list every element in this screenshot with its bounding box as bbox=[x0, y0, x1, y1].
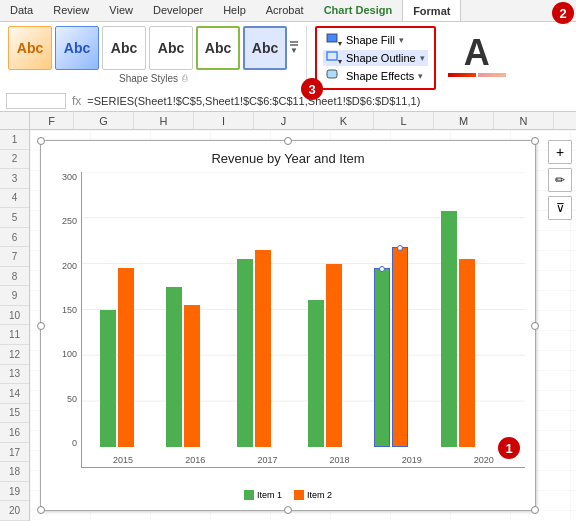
bar-2015-item1[interactable] bbox=[100, 310, 116, 448]
svg-rect-2 bbox=[327, 52, 337, 60]
svg-rect-4 bbox=[327, 70, 337, 78]
handle-br[interactable] bbox=[531, 506, 539, 514]
bar-2016-item2[interactable] bbox=[184, 305, 200, 447]
legend-item-1: Item 1 bbox=[244, 490, 282, 500]
col-header-f: F bbox=[30, 112, 74, 129]
step-1-badge: 1 bbox=[498, 437, 520, 459]
tab-help[interactable]: Help bbox=[213, 0, 256, 21]
brush-icon: ✏ bbox=[555, 173, 565, 187]
bars-area: 2015 2016 2017 2018 2019 2020 bbox=[81, 172, 525, 468]
step-3-badge: 3 bbox=[301, 78, 323, 100]
shape-style-btn-3[interactable]: Abc bbox=[102, 26, 146, 70]
handle-bm[interactable] bbox=[284, 506, 292, 514]
col-header-i: I bbox=[194, 112, 254, 129]
x-axis-labels: 2015 2016 2017 2018 2019 2020 bbox=[82, 455, 525, 465]
shape-fill-btn[interactable]: Shape Fill ▾ bbox=[323, 32, 428, 48]
shape-style-btn-2[interactable]: Abc bbox=[55, 26, 99, 70]
bar-2015-item2[interactable] bbox=[118, 268, 134, 447]
shape-outline-btn[interactable]: Shape Outline ▾ bbox=[323, 50, 428, 66]
bar-2016-item1[interactable] bbox=[166, 287, 182, 447]
chart-style-btn[interactable]: ✏ bbox=[548, 168, 572, 192]
grid-content: Revenue by Year and Item 300 250 200 150… bbox=[30, 130, 576, 521]
shape-style-btn-6[interactable]: Abc bbox=[243, 26, 287, 70]
name-box[interactable] bbox=[6, 93, 66, 109]
chart-area: 300 250 200 150 100 50 0 bbox=[51, 172, 525, 468]
formula-bar: fx =SERIES(Sheet1!$C$5,Sheet1!$C$6:$C$11… bbox=[0, 90, 576, 112]
tab-data[interactable]: Data bbox=[0, 0, 43, 21]
chart-filter-btn[interactable]: ⊽ bbox=[548, 196, 572, 220]
legend-dot-2 bbox=[294, 490, 304, 500]
svg-marker-1 bbox=[338, 42, 342, 46]
shape-style-btn-1[interactable]: Abc bbox=[8, 26, 52, 70]
handle-tl[interactable] bbox=[37, 137, 45, 145]
shape-style-btn-4[interactable]: Abc bbox=[149, 26, 193, 70]
column-headers: F G H I J K L M N bbox=[0, 112, 576, 130]
shape-styles-label: Shape Styles bbox=[119, 73, 178, 84]
legend-dot-1 bbox=[244, 490, 254, 500]
svg-rect-0 bbox=[327, 34, 337, 42]
handle-mr[interactable] bbox=[531, 322, 539, 330]
bar-2017-item1[interactable] bbox=[237, 259, 253, 447]
shape-fill-arrow: ▾ bbox=[399, 35, 404, 45]
row-header-spacer bbox=[0, 112, 30, 129]
bar-group-2019 bbox=[374, 247, 408, 447]
shape-options-panel: Shape Fill ▾ Shape Outline ▾ Shape Effec… bbox=[315, 26, 436, 90]
shape-outline-icon bbox=[326, 51, 342, 65]
shape-styles-group: Abc Abc Abc Abc Abc Abc ▼ Shape Styles ⎙ bbox=[8, 26, 307, 86]
chart-container[interactable]: Revenue by Year and Item 300 250 200 150… bbox=[40, 140, 536, 511]
bar-2019-item2[interactable] bbox=[392, 247, 408, 447]
handle-bl[interactable] bbox=[37, 506, 45, 514]
bar-2018-item1[interactable] bbox=[308, 300, 324, 447]
col-header-h: H bbox=[134, 112, 194, 129]
formula-text: =SERIES(Sheet1!$C$5,Sheet1!$C$6:$C$11,Sh… bbox=[87, 95, 420, 107]
shape-fill-label: Shape Fill bbox=[346, 34, 395, 46]
x-label-2015: 2015 bbox=[113, 455, 133, 465]
legend-label-1: Item 1 bbox=[257, 490, 282, 500]
tab-acrobat[interactable]: Acrobat bbox=[256, 0, 314, 21]
shape-styles-expand[interactable]: ▼ bbox=[290, 41, 298, 55]
col-header-m: M bbox=[434, 112, 494, 129]
chart-add-element-btn[interactable]: + bbox=[548, 140, 572, 164]
col-header-l: L bbox=[374, 112, 434, 129]
shape-effects-icon bbox=[326, 69, 342, 83]
col-header-k: K bbox=[314, 112, 374, 129]
row-numbers: 1 2 3 4 5 6 7 8 9 10 11 12 13 14 15 16 1… bbox=[0, 130, 30, 521]
x-label-2020: 2020 bbox=[474, 455, 494, 465]
x-label-2016: 2016 bbox=[185, 455, 205, 465]
text-style-section: A bbox=[440, 26, 506, 86]
chart-inner: Revenue by Year and Item 300 250 200 150… bbox=[41, 141, 535, 510]
bar-2018-item2[interactable] bbox=[326, 264, 342, 447]
handle-ml[interactable] bbox=[37, 322, 45, 330]
bar-group-2016 bbox=[166, 287, 200, 447]
x-label-2019: 2019 bbox=[402, 455, 422, 465]
chart-title: Revenue by Year and Item bbox=[51, 151, 525, 166]
tab-view[interactable]: View bbox=[99, 0, 143, 21]
tab-developer[interactable]: Developer bbox=[143, 0, 213, 21]
svg-marker-3 bbox=[338, 60, 342, 64]
tab-review[interactable]: Review bbox=[43, 0, 99, 21]
bar-2020-item2[interactable] bbox=[459, 259, 475, 447]
legend-item-2: Item 2 bbox=[294, 490, 332, 500]
shape-style-btn-5[interactable]: Abc bbox=[196, 26, 240, 70]
legend-label-2: Item 2 bbox=[307, 490, 332, 500]
handle-tm[interactable] bbox=[284, 137, 292, 145]
shape-styles-dialog[interactable]: ⎙ bbox=[182, 73, 187, 83]
filter-icon: ⊽ bbox=[556, 201, 565, 215]
big-a-letter: A bbox=[464, 35, 490, 71]
a-underline bbox=[448, 73, 476, 77]
shape-styles-buttons: Abc Abc Abc Abc Abc Abc ▼ bbox=[8, 26, 298, 70]
tab-chart-design[interactable]: Chart Design bbox=[314, 0, 402, 21]
shape-options-container: Shape Fill ▾ Shape Outline ▾ Shape Effec… bbox=[315, 26, 436, 86]
handle-tr[interactable] bbox=[531, 137, 539, 145]
ribbon-content: Abc Abc Abc Abc Abc Abc ▼ Shape Styles ⎙ bbox=[0, 22, 576, 90]
shape-effects-arrow: ▾ bbox=[418, 71, 423, 81]
shape-effects-btn[interactable]: Shape Effects ▾ bbox=[323, 68, 428, 84]
shape-effects-label: Shape Effects bbox=[346, 70, 414, 82]
bar-2020-item1[interactable] bbox=[441, 211, 457, 448]
bar-2019-item1[interactable] bbox=[374, 268, 390, 447]
bar-2017-item2[interactable] bbox=[255, 250, 271, 447]
ribbon-tabs: Data Review View Developer Help Acrobat … bbox=[0, 0, 576, 22]
tab-format[interactable]: Format bbox=[402, 0, 461, 21]
bar-group-2017 bbox=[237, 250, 271, 447]
shape-outline-label: Shape Outline bbox=[346, 52, 416, 64]
